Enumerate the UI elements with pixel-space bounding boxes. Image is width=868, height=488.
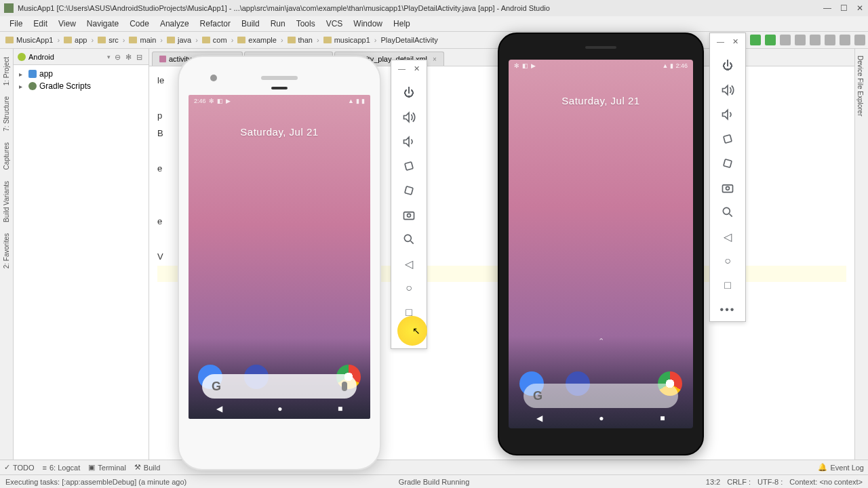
menu-analyze[interactable]: Analyze bbox=[155, 19, 195, 28]
collapse-icon[interactable]: ⊖ bbox=[115, 53, 123, 61]
event-log[interactable]: 🔔 Event Log bbox=[818, 463, 864, 472]
tab-structure[interactable]: 7: Structure bbox=[1, 91, 12, 137]
encoding[interactable]: UTF-8 : bbox=[757, 478, 783, 486]
bc-src[interactable]: src bbox=[95, 36, 121, 44]
menu-help[interactable]: Help bbox=[388, 19, 416, 28]
rotate-right-icon[interactable] bbox=[720, 156, 735, 171]
close-button[interactable]: ✕ bbox=[856, 4, 864, 12]
tree-gradle[interactable]: ▸ Gradle Scripts bbox=[14, 80, 149, 92]
volume-down-icon[interactable] bbox=[720, 107, 735, 122]
power-icon[interactable]: ⏻ bbox=[720, 58, 735, 73]
project-header[interactable]: Android ▾ ⊖ ✻ ⊟ bbox=[14, 49, 149, 65]
bc-class[interactable]: PlayDetailActivity bbox=[378, 36, 441, 44]
menu-refactor[interactable]: Refactor bbox=[195, 19, 236, 28]
bc-java[interactable]: java bbox=[164, 36, 194, 44]
menu-build[interactable]: Build bbox=[236, 19, 265, 28]
emu-close[interactable]: ✕ bbox=[732, 37, 738, 46]
emu-close[interactable]: ✕ bbox=[414, 64, 420, 73]
rotate-left-icon[interactable] bbox=[720, 131, 735, 146]
svg-rect-2 bbox=[404, 212, 414, 220]
menu-run[interactable]: Run bbox=[265, 19, 291, 28]
bc-example[interactable]: example bbox=[235, 36, 279, 44]
tab-favorites[interactable]: 2: Favorites bbox=[1, 228, 12, 274]
context[interactable]: Context: <no context> bbox=[789, 478, 863, 486]
device-screen-black[interactable]: ✻◧▶ ▲▮2:46 Saturday, Jul 21 ⌃ G ◀ ● ■ bbox=[509, 60, 693, 428]
menu-view[interactable]: View bbox=[53, 19, 81, 28]
power-icon[interactable]: ⏻ bbox=[401, 85, 416, 100]
tree-app[interactable]: ▸ app bbox=[14, 68, 149, 80]
emu-back-icon[interactable]: ◁ bbox=[720, 229, 735, 244]
maximize-button[interactable]: ☐ bbox=[840, 4, 848, 12]
rotate-left-icon[interactable] bbox=[401, 159, 416, 174]
back-button[interactable]: ◀ bbox=[216, 404, 222, 413]
tab-build[interactable]: ⚒ Build bbox=[134, 463, 160, 472]
emu-home-icon[interactable]: ○ bbox=[401, 281, 416, 296]
tab-logcat[interactable]: ≡ 6: Logcat bbox=[43, 464, 81, 472]
tool-icon-6[interactable] bbox=[854, 35, 865, 45]
volume-down-icon[interactable] bbox=[401, 134, 416, 149]
settings-icon[interactable]: ✻ bbox=[125, 53, 134, 61]
tool-icon-2[interactable] bbox=[795, 35, 806, 45]
volume-up-icon[interactable] bbox=[720, 83, 735, 98]
zoom-icon[interactable] bbox=[720, 205, 735, 220]
minimize-button[interactable]: — bbox=[823, 4, 831, 12]
tab-captures[interactable]: Captures bbox=[1, 137, 12, 176]
tool-icon-5[interactable] bbox=[840, 35, 850, 45]
svg-point-3 bbox=[408, 214, 411, 217]
line-sep[interactable]: CRLF : bbox=[727, 478, 751, 486]
emulator-toolbar-left: —✕ ⏻ ◁ ○ □ ••• bbox=[391, 60, 427, 349]
bc-pkg[interactable]: musicapp1 bbox=[321, 36, 373, 44]
menu-file[interactable]: File bbox=[4, 19, 28, 28]
earpiece-icon bbox=[271, 87, 288, 89]
home-date-black: Saturday, Jul 21 bbox=[509, 95, 693, 106]
tool-icon-3[interactable] bbox=[810, 35, 821, 45]
emu-home-icon[interactable]: ○ bbox=[720, 253, 735, 268]
volume-up-icon[interactable] bbox=[401, 110, 416, 125]
google-search-bar-white[interactable]: G bbox=[202, 374, 357, 399]
run-icon[interactable] bbox=[750, 35, 761, 45]
tab-build-variants[interactable]: Build Variants bbox=[1, 176, 12, 228]
overview-button[interactable]: ■ bbox=[338, 404, 342, 413]
tool-icon-1[interactable] bbox=[780, 35, 791, 45]
svg-point-8 bbox=[726, 186, 730, 190]
zoom-icon[interactable] bbox=[401, 232, 416, 247]
emu-back-icon[interactable]: ◁ bbox=[401, 256, 416, 271]
tab-project[interactable]: 1: Project bbox=[1, 52, 12, 91]
home-button[interactable]: ● bbox=[599, 413, 604, 423]
emulator-white[interactable]: 2:46✻◧▶ ▲▮▮ Saturday, Jul 21 G ◀ ● ■ bbox=[178, 56, 381, 470]
bc-com[interactable]: com bbox=[199, 36, 230, 44]
bc-project[interactable]: MusicApp1 bbox=[3, 36, 56, 44]
device-screen-white[interactable]: 2:46✻◧▶ ▲▮▮ Saturday, Jul 21 G ◀ ● ■ bbox=[189, 95, 370, 419]
emu-more-icon[interactable]: ••• bbox=[720, 302, 735, 317]
home-button[interactable]: ● bbox=[277, 404, 282, 413]
google-search-bar-black[interactable]: G bbox=[524, 384, 678, 408]
camera-icon bbox=[210, 75, 217, 81]
screenshot-icon[interactable] bbox=[401, 207, 416, 222]
emu-minimize[interactable]: — bbox=[717, 37, 724, 46]
hide-icon[interactable]: ⊟ bbox=[136, 53, 144, 61]
menu-edit[interactable]: Edit bbox=[28, 19, 53, 28]
tab-device-explorer[interactable]: Device File Explorer bbox=[855, 49, 865, 123]
menu-code[interactable]: Code bbox=[124, 19, 155, 28]
tool-icon-4[interactable] bbox=[825, 35, 835, 45]
overview-button[interactable]: ■ bbox=[660, 413, 665, 423]
rotate-right-icon[interactable] bbox=[401, 183, 416, 198]
tab-terminal[interactable]: ▣ Terminal bbox=[88, 463, 126, 472]
bc-than[interactable]: than bbox=[285, 36, 315, 44]
menu-tools[interactable]: Tools bbox=[291, 19, 321, 28]
menu-navigate[interactable]: Navigate bbox=[81, 19, 124, 28]
menu-vcs[interactable]: VCS bbox=[321, 19, 349, 28]
debug-icon[interactable] bbox=[765, 35, 776, 45]
drawer-arrow-icon[interactable]: ⌃ bbox=[598, 337, 604, 346]
emu-minimize[interactable]: — bbox=[398, 64, 406, 73]
emulator-black[interactable]: ✻◧▶ ▲▮2:46 Saturday, Jul 21 ⌃ G ◀ ● ■ bbox=[498, 33, 704, 455]
nav-bar-white: ◀ ● ■ bbox=[189, 401, 370, 416]
screenshot-icon[interactable] bbox=[720, 180, 735, 195]
emu-overview-icon[interactable]: □ bbox=[720, 278, 735, 293]
bc-app[interactable]: app bbox=[61, 36, 90, 44]
menu-window[interactable]: Window bbox=[348, 19, 388, 28]
back-button[interactable]: ◀ bbox=[536, 413, 542, 423]
bc-main[interactable]: main bbox=[126, 36, 159, 44]
tab-todo[interactable]: ✓ TODO bbox=[4, 463, 35, 472]
mic-icon[interactable] bbox=[342, 382, 347, 391]
